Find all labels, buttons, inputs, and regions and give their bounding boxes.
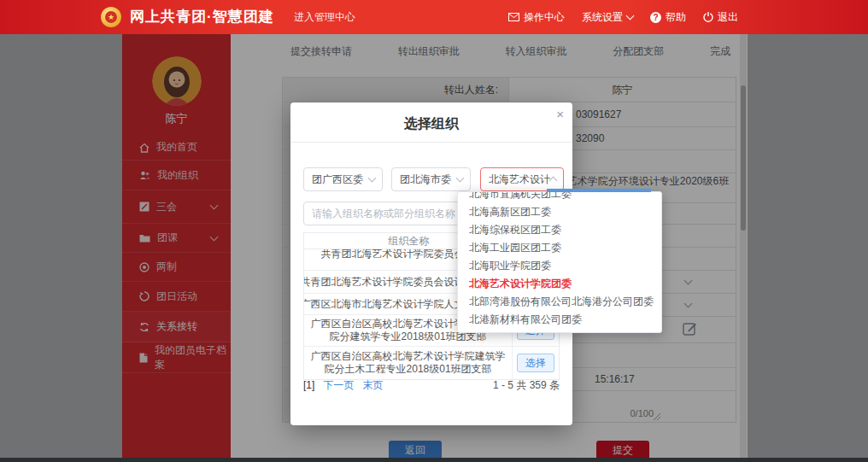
dropdown-item[interactable]: 北港新材料有限公司团委 [458, 311, 661, 329]
app-root: ★ 网上共青团·智慧团建 进入管理中心 操作中心 系统设置 ? 帮助 退出 [0, 0, 868, 462]
dropdown-item[interactable]: 北海市直属机关团工委 [458, 192, 661, 203]
pagination: [1] 下一页 末页 1 - 5 共 359 条 [303, 377, 560, 393]
dropdown-item[interactable]: 北海高新区团工委 [458, 203, 661, 221]
org-select-open[interactable]: 北海艺术设计 [480, 167, 564, 191]
city-select-beihai[interactable]: 团北海市委 [391, 167, 471, 191]
dropdown-item[interactable]: 北海综保税区团工委 [458, 221, 661, 239]
power-icon [703, 12, 713, 22]
dropdown-item[interactable]: 北海职业学院团委 [458, 257, 661, 275]
app-title: 网上共青团·智慧团建 [130, 0, 274, 34]
select-org-button[interactable]: 选择 [517, 354, 554, 372]
dropdown-item[interactable]: 北海工业园区团工委 [458, 239, 661, 257]
modal-divider [290, 142, 572, 143]
last-page-link[interactable]: 末页 [362, 378, 383, 393]
select-value: 团北海市委 [400, 173, 451, 187]
select-value: 团广西区委 [312, 173, 363, 187]
next-page-link[interactable]: 下一页 [323, 378, 354, 393]
chevron-down-icon [626, 12, 635, 20]
current-page[interactable]: [1] [303, 379, 314, 391]
mail-icon [508, 13, 519, 21]
ops-center-menu[interactable]: 操作中心 [508, 10, 565, 25]
header-menu: 操作中心 系统设置 ? 帮助 退出 [508, 0, 738, 34]
system-settings-label: 系统设置 [582, 10, 623, 25]
region-select-guangxi[interactable]: 团广西区委 [303, 167, 383, 191]
logout-menu[interactable]: 退出 [703, 10, 738, 25]
top-header: ★ 网上共青团·智慧团建 进入管理中心 操作中心 系统设置 ? 帮助 退出 [0, 0, 868, 34]
dropdown-item[interactable]: 北部湾港股份有限公司北海港分公司团委 [458, 293, 661, 311]
selection-highlight-bar [547, 189, 651, 192]
question-icon: ? [650, 12, 661, 23]
chevron-down-icon [368, 174, 377, 183]
modal-title: 选择组织 [290, 115, 572, 133]
dropdown-item-clipped: 北海市直属机关团工委 [458, 192, 661, 203]
league-emblem-logo: ★ [101, 7, 121, 27]
chevron-down-icon [456, 174, 465, 183]
help-menu[interactable]: ? 帮助 [650, 10, 686, 25]
pagination-summary: 1 - 5 共 359 条 [493, 378, 560, 393]
select-value: 北海艺术设计 [489, 173, 550, 187]
org-name: 广西区自治区高校北海艺术设计学院建筑学院分土木工程专业2018级01班团支部 [304, 347, 513, 379]
ops-center-label: 操作中心 [524, 10, 565, 25]
dropdown-item[interactable]: 北海市海城区团委 [458, 329, 661, 333]
org-dropdown-panel: 北海市直属机关团工委 北海高新区团工委 北海综保税区团工委 北海工业园区团工委 … [457, 191, 662, 333]
help-label: 帮助 [666, 10, 686, 25]
chevron-up-icon [549, 177, 558, 185]
enter-admin-link[interactable]: 进入管理中心 [294, 0, 355, 34]
org-table-row: 广西区自治区高校北海艺术设计学院建筑学院分土木工程专业2018级01班团支部 选… [304, 347, 559, 379]
dropdown-item-selected[interactable]: 北海艺术设计学院团委 [458, 275, 661, 293]
system-settings-menu[interactable]: 系统设置 [582, 10, 633, 25]
logout-label: 退出 [718, 10, 738, 25]
